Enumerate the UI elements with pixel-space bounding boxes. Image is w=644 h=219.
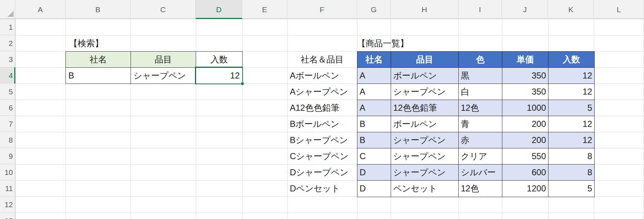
product-header-company-cell[interactable]: 社名: [357, 52, 391, 68]
product-cell[interactable]: 1000: [502, 100, 548, 116]
product-cell[interactable]: 8: [548, 148, 594, 165]
spreadsheet-grid: A B C D E F G H I J K L 1 2 3 4 5 6 7 8 …: [0, 0, 644, 219]
lookup-key-cell[interactable]: Bボールペン: [287, 116, 357, 132]
product-cell[interactable]: 600: [502, 165, 548, 181]
product-cell[interactable]: シャープペン: [391, 132, 459, 148]
row-header-5[interactable]: 5: [0, 84, 15, 100]
column-header-L[interactable]: L: [594, 0, 644, 19]
product-cell[interactable]: シャープペン: [391, 148, 459, 165]
product-header-quantity-cell[interactable]: 入数: [548, 52, 594, 68]
search-title-cell[interactable]: 【検索】: [65, 35, 196, 51]
lookup-key-cell[interactable]: Cシャープペン: [287, 148, 357, 164]
product-cell[interactable]: 8: [548, 165, 594, 181]
product-header-item-cell[interactable]: 品目: [391, 52, 459, 68]
product-cell[interactable]: 12: [548, 68, 594, 84]
selected-column-indicator: [196, 18, 242, 19]
column-header-G[interactable]: G: [357, 0, 391, 19]
search-value-company-cell[interactable]: B: [66, 68, 131, 84]
product-cell[interactable]: 12色: [459, 181, 502, 197]
lookup-key-cell[interactable]: Aボールペン: [287, 67, 357, 84]
product-cell[interactable]: D: [357, 165, 391, 181]
column-header-A[interactable]: A: [15, 0, 65, 19]
row-header-3[interactable]: 3: [0, 51, 15, 67]
column-header-F[interactable]: F: [287, 0, 357, 19]
product-cell[interactable]: B: [357, 132, 391, 148]
row-header-4-selected[interactable]: 4: [0, 67, 15, 84]
product-header-color-cell[interactable]: 色: [459, 52, 502, 68]
product-cell[interactable]: 12色色鉛筆: [391, 100, 459, 116]
row-header-2[interactable]: 2: [0, 35, 15, 51]
product-cell[interactable]: シルバー: [459, 165, 502, 181]
product-cell[interactable]: 1200: [502, 181, 548, 197]
row-header-13[interactable]: 13: [0, 213, 15, 219]
row-header-9[interactable]: 9: [0, 148, 15, 164]
product-cell[interactable]: D: [357, 181, 391, 197]
lookup-key-cell[interactable]: Bシャープペン: [287, 132, 357, 148]
column-header-K[interactable]: K: [548, 0, 594, 19]
select-all-button[interactable]: [0, 0, 15, 19]
column-header-H[interactable]: H: [391, 0, 458, 19]
product-cell[interactable]: ボールペン: [391, 68, 459, 84]
product-cell[interactable]: 200: [502, 132, 548, 148]
column-header-J[interactable]: J: [502, 0, 548, 19]
product-table: 社名 品目 色 単価 入数 A ボールペン 黒 350 12 A シャープペン …: [357, 51, 595, 197]
product-cell[interactable]: シャープペン: [391, 84, 459, 100]
lookup-key-cell[interactable]: A12色色鉛筆: [287, 100, 357, 116]
product-cell[interactable]: C: [357, 148, 391, 165]
search-value-item-cell[interactable]: シャープペン: [131, 68, 196, 84]
column-header-B[interactable]: B: [65, 0, 131, 19]
product-cell[interactable]: A: [357, 100, 391, 116]
lookup-key-column: 社名＆品目 Aボールペン Aシャープペン A12色色鉛筆 Bボールペン Bシャー…: [287, 51, 357, 196]
product-cell[interactable]: 青: [459, 116, 502, 132]
product-cell[interactable]: 350: [502, 84, 548, 100]
row-header-11[interactable]: 11: [0, 180, 15, 196]
product-cell[interactable]: 赤: [459, 132, 502, 148]
selected-row-indicator: [14, 67, 15, 84]
lookup-key-cell[interactable]: Aシャープペン: [287, 84, 357, 100]
product-cell[interactable]: シャープペン: [391, 165, 459, 181]
product-cell[interactable]: 5: [548, 100, 594, 116]
product-cell[interactable]: ボールペン: [391, 116, 459, 132]
select-all-triangle-icon: [8, 11, 14, 17]
gridline: [643, 19, 644, 219]
product-cell[interactable]: 12色: [459, 100, 502, 116]
product-cell[interactable]: 5: [548, 181, 594, 197]
product-cell[interactable]: 12: [548, 132, 594, 148]
product-cell[interactable]: 黒: [459, 68, 502, 84]
product-cell[interactable]: A: [357, 68, 391, 84]
column-header-E[interactable]: E: [242, 0, 287, 19]
gridline: [242, 19, 243, 219]
product-cell[interactable]: A: [357, 84, 391, 100]
product-cell[interactable]: B: [357, 116, 391, 132]
product-cell[interactable]: 白: [459, 84, 502, 100]
product-cell[interactable]: 12: [548, 116, 594, 132]
lookup-key-cell[interactable]: Dシャープペン: [287, 164, 357, 180]
product-cell[interactable]: 350: [502, 68, 548, 84]
gridline: [15, 213, 644, 213]
product-cell[interactable]: 12: [548, 84, 594, 100]
row-header-1[interactable]: 1: [0, 19, 15, 35]
product-cell[interactable]: クリア: [459, 148, 502, 165]
product-cell[interactable]: ペンセット: [391, 181, 459, 197]
row-header-8[interactable]: 8: [0, 132, 15, 148]
search-header-item-cell[interactable]: 品目: [131, 52, 196, 68]
column-header-D-selected[interactable]: D: [196, 0, 242, 19]
search-header-quantity-cell[interactable]: 入数: [196, 52, 242, 68]
products-title-cell[interactable]: 【商品一覧】: [357, 35, 500, 51]
row-header-12[interactable]: 12: [0, 196, 15, 213]
row-header-10[interactable]: 10: [0, 164, 15, 180]
lookup-key-header-cell[interactable]: 社名＆品目: [287, 51, 357, 67]
row-header-7[interactable]: 7: [0, 116, 15, 132]
product-header-price-cell[interactable]: 単価: [502, 52, 548, 68]
lookup-key-cell[interactable]: Dペンセット: [287, 180, 357, 196]
fill-handle[interactable]: [241, 82, 244, 85]
gridline: [196, 19, 196, 219]
column-header-I[interactable]: I: [458, 0, 502, 19]
row-header-6[interactable]: 6: [0, 100, 15, 116]
product-cell[interactable]: 200: [502, 116, 548, 132]
column-header-C[interactable]: C: [131, 0, 196, 19]
product-cell[interactable]: 550: [502, 148, 548, 165]
active-cell-selection-border[interactable]: [195, 67, 243, 84]
search-header-company-cell[interactable]: 社名: [66, 52, 131, 68]
